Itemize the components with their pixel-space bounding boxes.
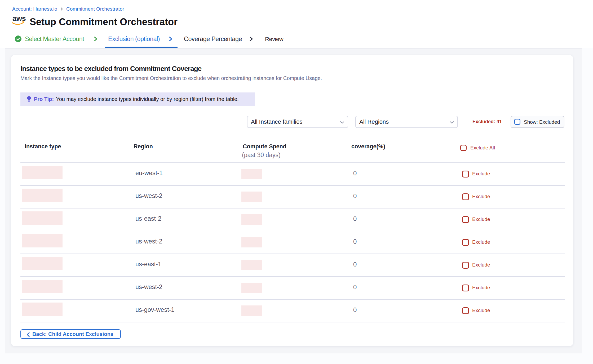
svg-text:aws: aws (12, 16, 26, 23)
